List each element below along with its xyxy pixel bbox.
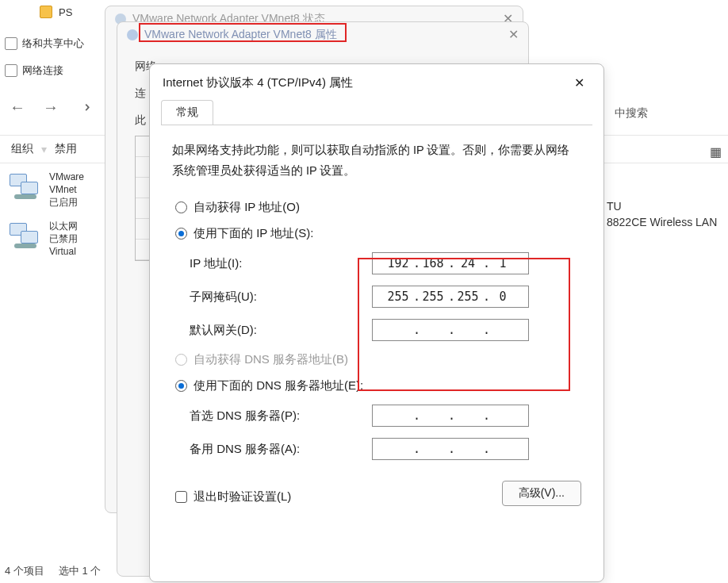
dialog-body: 如果网络支持此功能，则可以获取自动指派的 IP 设置。否则，你需要从网络系统管理… (150, 125, 603, 516)
bottom-row: 退出时验证设置(L) 高级(V)... (172, 471, 581, 506)
field-subnet-mask: 子网掩码(U): 255. 255. 255. 0 (190, 286, 581, 308)
status-bar: 4 个项目 选中 1 个 (5, 564, 101, 578)
dialog-titlebar: VMware Network Adapter VMnet8 属性 ✕ (117, 22, 528, 47)
folder-icon (40, 6, 52, 18)
connections-icon (5, 64, 17, 77)
alternate-dns-input[interactable]: . . . (372, 438, 529, 460)
radio-manual-ip[interactable]: 使用下面的 IP 地址(S): (175, 226, 581, 241)
adapter-list: VMware VMnet 已启用 以太网 已禁用 Virtual (8, 171, 111, 269)
field-preferred-dns: 首选 DNS 服务器(P): . . . (190, 405, 581, 427)
view-icon[interactable]: ▦ (710, 144, 722, 159)
sidebar-label: 络和共享中心 (22, 36, 84, 51)
plug-icon (127, 29, 138, 40)
adapter-item-vmware[interactable]: VMware VMnet 已启用 (8, 171, 111, 209)
radio-icon (175, 354, 187, 366)
dialog-ipv4-properties: Internet 协议版本 4 (TCP/IPv4) 属性 ✕ 常规 如果网络支… (149, 63, 604, 582)
radio-icon (175, 380, 187, 392)
ip-address-input[interactable]: 192. 168. 24. 1 (372, 252, 529, 274)
toolbar-disable[interactable]: 禁用 (55, 142, 77, 156)
radio-label: 使用下面的 DNS 服务器地址(E): (193, 378, 363, 393)
default-gateway-input[interactable]: . . . (372, 319, 529, 341)
advanced-button[interactable]: 高级(V)... (502, 481, 581, 506)
dialog-title: Internet 协议版本 4 (TCP/IPv4) 属性 (163, 75, 353, 90)
preferred-dns-input[interactable]: . . . (372, 405, 529, 427)
bg-text-wireless: 8822CE Wireless LAN (607, 216, 717, 228)
bg-text-tu: TU (607, 200, 622, 213)
field-label: 子网掩码(U): (190, 290, 372, 305)
description-text: 如果网络支持此功能，则可以获取自动指派的 IP 设置。否则，你需要从网络系统管理… (172, 140, 581, 181)
sidebar-item-network-connections[interactable]: 网络连接 (0, 60, 103, 81)
field-alternate-dns: 备用 DNS 服务器(A): . . . (190, 438, 581, 460)
separator: ▾ (41, 143, 47, 155)
adapter-item-ethernet[interactable]: 以太网 已禁用 Virtual (8, 220, 111, 258)
radio-label: 自动获得 DNS 服务器地址(B) (193, 352, 348, 367)
field-label: 默认网关(D): (190, 323, 372, 338)
status-item-count: 4 个项目 (5, 564, 44, 578)
close-button[interactable]: ✕ (568, 72, 591, 94)
tab-strip: 常规 (150, 100, 603, 125)
sharing-icon (5, 37, 17, 50)
adapter-icon (8, 171, 43, 205)
adapter-text: VMware VMnet 已启用 (49, 171, 84, 209)
sidebar-label: 网络连接 (22, 63, 63, 78)
field-label: IP 地址(I): (190, 256, 372, 271)
field-label: 首选 DNS 服务器(P): (190, 408, 372, 424)
dialog-title: VMware Network Adapter VMnet8 属性 (144, 28, 337, 42)
status-selected: 选中 1 个 (59, 564, 101, 578)
back-button[interactable]: ← (10, 98, 25, 117)
checkbox-label: 退出时验证设置(L) (193, 489, 291, 504)
radio-manual-dns[interactable]: 使用下面的 DNS 服务器地址(E): (175, 378, 581, 393)
sidebar-item-network-sharing[interactable]: 络和共享中心 (0, 33, 103, 54)
field-label: 备用 DNS 服务器(A): (190, 442, 372, 457)
checkbox-validate-on-exit[interactable]: 退出时验证设置(L) (175, 487, 291, 506)
forward-button[interactable]: → (43, 98, 59, 117)
radio-label: 自动获得 IP 地址(O) (193, 200, 300, 215)
close-icon[interactable]: ✕ (508, 27, 519, 42)
adapter-text: 以太网 已禁用 Virtual (49, 220, 78, 258)
adapter-icon (8, 220, 43, 255)
tab-general[interactable]: 常规 (161, 100, 213, 125)
checkbox-icon (175, 491, 187, 503)
field-ip-address: IP 地址(I): 192. 168. 24. 1 (190, 252, 581, 274)
radio-auto-ip[interactable]: 自动获得 IP 地址(O) (175, 200, 581, 215)
radio-auto-dns: 自动获得 DNS 服务器地址(B) (175, 352, 581, 367)
up-button[interactable]: ⌃ (74, 101, 93, 114)
field-default-gateway: 默认网关(D): . . . (190, 319, 581, 341)
radio-label: 使用下面的 IP 地址(S): (193, 226, 313, 241)
radio-icon (175, 228, 187, 240)
subnet-mask-input[interactable]: 255. 255. 255. 0 (372, 286, 529, 308)
search-fragment: 中搜索 (615, 106, 648, 121)
dialog-titlebar: Internet 协议版本 4 (TCP/IPv4) 属性 ✕ (150, 64, 603, 100)
radio-icon (175, 201, 187, 213)
toolbar-organize[interactable]: 组织 (11, 142, 33, 156)
folder-label: PS (59, 6, 72, 18)
